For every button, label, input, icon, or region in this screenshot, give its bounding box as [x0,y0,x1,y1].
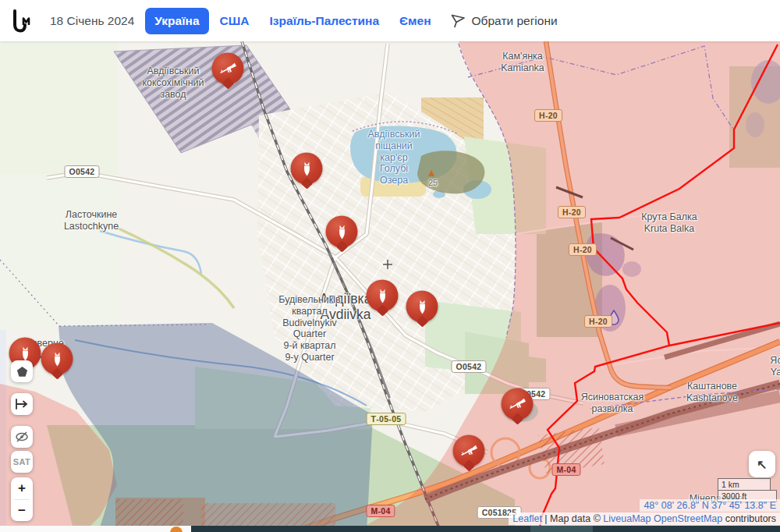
news-ticker-strip [0,526,780,532]
eye-slash-icon [15,431,29,443]
bomb-icon [374,287,391,304]
liveuamap-app: АвдіївськийкоксохімічнийзаводЛасточкинеL… [0,0,780,532]
zoom-controls: + − [11,477,33,521]
bomb-icon [16,345,34,362]
event-marker-bomb[interactable] [367,280,399,312]
event-marker-bomb[interactable] [41,343,73,375]
event-marker-bomb[interactable] [406,291,438,323]
tab-israel-palestine[interactable]: Ізраїль-Палестина [261,8,389,34]
zoom-out-button[interactable]: − [11,500,33,522]
strip-light-segment [530,526,593,532]
event-marker-bomb[interactable] [291,153,323,185]
event-marker-rifle[interactable] [212,53,244,85]
bomb-icon [48,350,66,367]
event-marker-bomb[interactable] [326,216,358,248]
liveuamap-logo[interactable] [9,8,33,34]
osm-link[interactable]: OpenStreetMap [651,513,723,524]
scale-control: 1 km 3000 ft [718,478,777,502]
tab-ukraine[interactable]: Україна [145,8,208,34]
rifle-icon [218,59,237,78]
zoom-in-button[interactable]: + [11,477,33,499]
select-regions-button[interactable] [448,12,467,30]
cursor-coordinates: 48° 08' 26.8" N 37° 45' 13.8" E [640,499,780,512]
event-marker-rifle[interactable] [453,435,485,467]
map-viewport[interactable]: АвдіївськийкоксохімічнийзаводЛасточкинеL… [0,0,780,532]
region-tabs: УкраїнаСШАІзраїль-ПалестинаЄмен [145,8,440,34]
map-canvas[interactable] [0,0,780,532]
arrow-from-bar-icon [15,399,29,410]
select-regions-label[interactable]: Обрати регіони [472,14,558,28]
top-bar: 18 Січень 2024 УкраїнаСШАІзраїль-Палести… [0,0,780,41]
bomb-icon [333,223,350,240]
bomb-icon [298,160,315,177]
strip-left [0,526,191,532]
pentagon-icon [16,365,29,378]
bomb-icon [413,298,431,315]
leaflet-link[interactable]: Leaflet [512,513,542,524]
tab-yemen[interactable]: Ємен [390,8,440,34]
recenter-button[interactable]: ↖ [749,451,775,477]
liveuamap-link[interactable]: LiveuaMap [603,513,651,524]
contributors-text: contributors [722,513,776,524]
rifle-icon [508,395,526,413]
draw-polygon-button[interactable] [11,360,33,382]
current-date[interactable]: 18 Січень 2024 [50,14,134,28]
measure-distance-button[interactable] [11,393,33,415]
flag-outline-icon [448,12,467,30]
tab-usa[interactable]: США [211,8,259,34]
rifle-icon [459,442,478,460]
hide-layers-button[interactable] [11,426,33,448]
attribution-text: | Map data © [542,513,603,524]
arrow-up-left-icon: ↖ [757,457,767,472]
map-attribution: Leaflet | Map data © LiveuaMap OpenStree… [509,512,780,525]
event-marker-rifle[interactable] [502,388,534,420]
satellite-toggle-button[interactable]: SAT [11,451,33,473]
strip-dark [191,526,780,532]
